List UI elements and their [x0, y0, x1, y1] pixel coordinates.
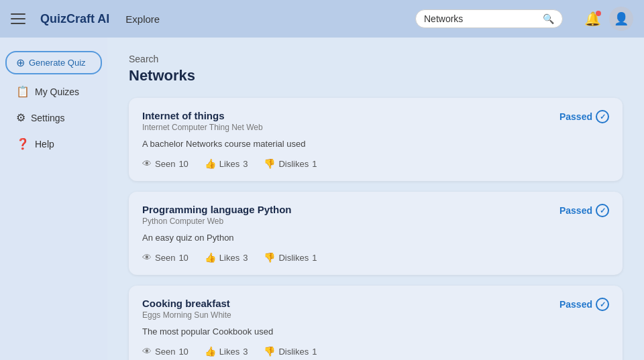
dislikes-stat: 👎 Dislikes 1: [264, 346, 317, 357]
eye-icon: 👁: [142, 252, 152, 263]
card-title: Programming language Python: [142, 204, 292, 215]
thumbs-down-icon: 👎: [264, 252, 275, 263]
menu-icon[interactable]: [11, 9, 30, 28]
dislikes-count: 1: [312, 347, 317, 357]
card-description: A bachelor Networks course material used: [142, 139, 609, 149]
dislikes-label: Dislikes: [278, 159, 309, 169]
thumbs-up-icon: 👍: [205, 346, 216, 357]
likes-label: Likes: [219, 253, 239, 263]
sidebar-item-my-quizes[interactable]: 📋 My Quizes: [5, 80, 102, 103]
nav-right: 🔔 👤: [584, 7, 633, 31]
quiz-cards-container: Internet of things Internet Computer Thi…: [129, 98, 623, 360]
seen-label: Seen: [155, 159, 175, 169]
help-icon: ❓: [16, 137, 30, 150]
card-title: Internet of things: [142, 110, 263, 121]
thumbs-up-icon: 👍: [205, 158, 216, 169]
sidebar-item-label-settings: Settings: [31, 113, 65, 123]
search-label: Search: [129, 54, 623, 64]
card-stats: 👁 Seen 10 👍 Likes 3 👎 Dislikes 1: [142, 252, 609, 263]
card-title: Cooking breakfast: [142, 298, 231, 309]
dislikes-stat: 👎 Dislikes 1: [264, 252, 317, 263]
card-header: Programming language Python Python Compu…: [142, 204, 609, 233]
status-label: Passed: [559, 299, 592, 310]
search-input[interactable]: [424, 13, 540, 24]
settings-icon: ⚙: [16, 111, 25, 124]
notifications-button[interactable]: 🔔: [584, 11, 601, 27]
brand-title: QuizCraft AI: [40, 12, 109, 26]
seen-label: Seen: [155, 347, 175, 357]
dislikes-count: 1: [312, 253, 317, 263]
likes-stat: 👍 Likes 3: [205, 158, 248, 169]
card-header: Cooking breakfast Eggs Morning Sun White…: [142, 298, 609, 326]
card-description: The most popular Cookbook used: [142, 326, 609, 337]
card-tags: Eggs Morning Sun White: [142, 310, 231, 320]
thumbs-up-icon: 👍: [205, 252, 216, 263]
seen-count: 10: [178, 347, 188, 357]
likes-label: Likes: [219, 347, 239, 357]
card-info: Programming language Python Python Compu…: [142, 204, 292, 233]
sidebar-item-settings[interactable]: ⚙ Settings: [5, 106, 102, 129]
seen-label: Seen: [155, 253, 175, 263]
dislikes-label: Dislikes: [278, 253, 309, 263]
dislikes-label: Dislikes: [278, 347, 309, 357]
status-badge: Passed ✓: [559, 110, 609, 123]
status-badge: Passed ✓: [559, 204, 609, 217]
page-title: Networks: [129, 67, 623, 84]
card-stats: 👁 Seen 10 👍 Likes 3 👎 Dislikes 1: [142, 346, 609, 357]
card-stats: 👁 Seen 10 👍 Likes 3 👎 Dislikes 1: [142, 158, 609, 169]
likes-count: 3: [243, 159, 248, 169]
status-badge: Passed ✓: [559, 298, 609, 311]
card-header: Internet of things Internet Computer Thi…: [142, 110, 609, 139]
seen-stat: 👁 Seen 10: [142, 252, 189, 263]
card-tags: Python Computer Web: [142, 217, 292, 226]
sidebar-item-help[interactable]: ❓ Help: [5, 132, 102, 156]
sidebar-item-generate[interactable]: ⊕ Generate Quiz: [5, 51, 102, 74]
seen-stat: 👁 Seen 10: [142, 158, 189, 169]
user-avatar-button[interactable]: 👤: [609, 7, 633, 31]
likes-label: Likes: [219, 159, 239, 169]
quiz-card[interactable]: Cooking breakfast Eggs Morning Sun White…: [129, 286, 623, 360]
sidebar-item-label-generate: Generate Quiz: [29, 58, 86, 68]
seen-count: 10: [178, 159, 188, 169]
status-label: Passed: [559, 205, 592, 216]
main-layout: ⊕ Generate Quiz 📋 My Quizes ⚙ Settings ❓…: [0, 38, 644, 360]
card-info: Internet of things Internet Computer Thi…: [142, 110, 263, 139]
explore-link[interactable]: Explore: [125, 13, 160, 25]
eye-icon: 👁: [142, 346, 152, 357]
generate-icon: ⊕: [16, 56, 25, 69]
seen-stat: 👁 Seen 10: [142, 346, 189, 357]
eye-icon: 👁: [142, 158, 152, 169]
sidebar-item-label-help: Help: [35, 139, 54, 149]
passed-check-icon: ✓: [596, 204, 609, 217]
quiz-card[interactable]: Internet of things Internet Computer Thi…: [129, 98, 623, 181]
likes-stat: 👍 Likes 3: [205, 346, 248, 357]
status-label: Passed: [559, 111, 592, 122]
sidebar: ⊕ Generate Quiz 📋 My Quizes ⚙ Settings ❓…: [0, 38, 107, 360]
main-content: Search Networks Internet of things Inter…: [107, 38, 644, 360]
card-info: Cooking breakfast Eggs Morning Sun White: [142, 298, 231, 326]
dislikes-stat: 👎 Dislikes 1: [264, 158, 317, 169]
my-quizes-icon: 📋: [16, 85, 30, 98]
thumbs-down-icon: 👎: [264, 346, 275, 357]
passed-check-icon: ✓: [596, 298, 609, 311]
likes-stat: 👍 Likes 3: [205, 252, 248, 263]
card-description: An easy quiz on Python: [142, 233, 609, 243]
sidebar-item-label-my-quizes: My Quizes: [35, 86, 79, 97]
passed-check-icon: ✓: [596, 110, 609, 123]
thumbs-down-icon: 👎: [264, 158, 275, 169]
search-icon: 🔍: [543, 13, 554, 24]
top-navigation: QuizCraft AI Explore 🔍 🔔 👤: [0, 0, 644, 38]
likes-count: 3: [243, 253, 248, 263]
quiz-card[interactable]: Programming language Python Python Compu…: [129, 192, 623, 275]
search-bar: 🔍: [415, 9, 563, 28]
notification-dot: [596, 11, 601, 16]
card-tags: Internet Computer Thing Net Web: [142, 123, 263, 132]
likes-count: 3: [243, 347, 248, 357]
dislikes-count: 1: [312, 159, 317, 169]
seen-count: 10: [178, 253, 188, 263]
